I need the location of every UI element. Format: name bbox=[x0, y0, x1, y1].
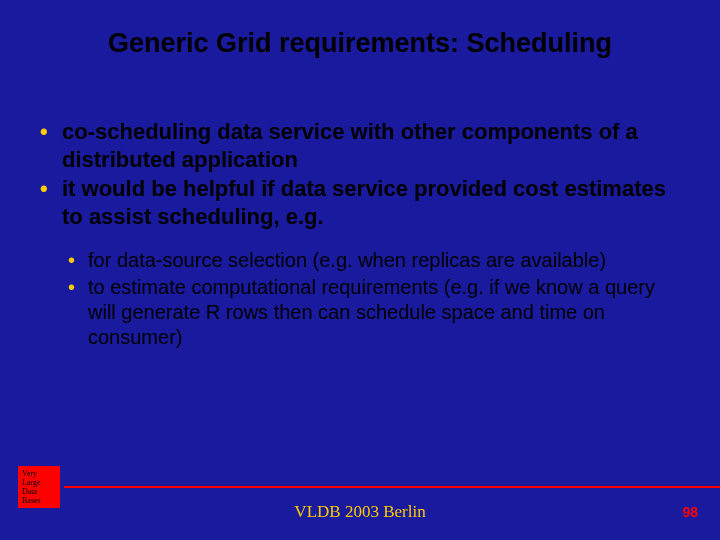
badge-line: Very bbox=[22, 469, 60, 478]
page-number: 98 bbox=[682, 504, 698, 520]
slide-title: Generic Grid requirements: Scheduling bbox=[0, 28, 720, 59]
slide-content: co-scheduling data service with other co… bbox=[34, 118, 686, 352]
badge-line: Data bbox=[22, 487, 60, 496]
slide: Generic Grid requirements: Scheduling co… bbox=[0, 0, 720, 540]
footer-divider bbox=[64, 486, 720, 488]
bullet-item: co-scheduling data service with other co… bbox=[34, 118, 686, 173]
bullet-list-level1: co-scheduling data service with other co… bbox=[34, 118, 686, 230]
footer-text: VLDB 2003 Berlin bbox=[0, 502, 720, 522]
bullet-item: for data-source selection (e.g. when rep… bbox=[62, 248, 686, 273]
bullet-list-level2: for data-source selection (e.g. when rep… bbox=[62, 248, 686, 350]
bullet-item: to estimate computational requirements (… bbox=[62, 275, 686, 350]
badge-line: Large bbox=[22, 478, 60, 487]
bullet-item: it would be helpful if data service prov… bbox=[34, 175, 686, 230]
